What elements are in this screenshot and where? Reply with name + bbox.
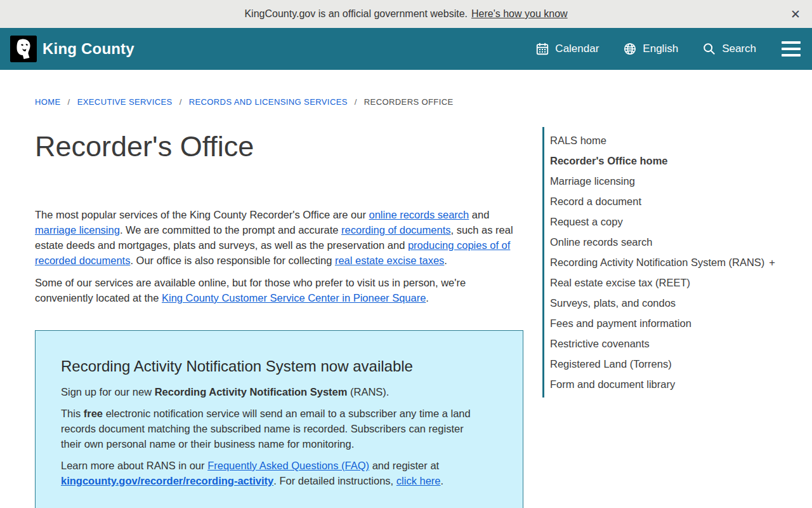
rans-callout-box: Recording Activity Notification System n… xyxy=(35,330,523,508)
breadcrumb-item[interactable]: HOME xyxy=(35,97,61,107)
breadcrumb-item: RECORDERS OFFICE xyxy=(364,97,454,107)
sidebar-item[interactable]: Real estate excise tax (REET) xyxy=(544,272,796,293)
sidebar-item[interactable]: Surveys, plats, and condos xyxy=(544,293,796,313)
text-run: . For detailed instructions, xyxy=(273,475,396,486)
text-link[interactable]: real estate excise taxes xyxy=(335,255,444,266)
paragraph: The most popular services of the King Co… xyxy=(35,207,527,268)
page-title: Recorder's Office xyxy=(35,130,254,163)
text-run: electronic notification service will sen… xyxy=(61,408,471,450)
expand-plus-icon[interactable]: + xyxy=(769,257,775,268)
text-run: The most popular services of the King Co… xyxy=(35,209,369,220)
paragraph: Some of our services are available onlin… xyxy=(35,275,527,305)
text-link[interactable]: King County Customer Service Center in P… xyxy=(162,292,426,304)
brand-name: King County xyxy=(43,40,134,58)
text-run: Sign up for our new xyxy=(61,386,155,398)
language-button[interactable]: English xyxy=(623,42,678,56)
sidebar-item[interactable]: Request a copy xyxy=(544,211,796,232)
text-link[interactable]: kingcounty.gov/recorder/recording-activi… xyxy=(61,475,273,486)
text-link[interactable]: click here xyxy=(396,475,441,486)
how-you-know-link[interactable]: Here's how you know xyxy=(471,8,568,20)
breadcrumb: HOME/EXECUTIVE SERVICES/RECORDS AND LICE… xyxy=(35,97,454,107)
sidebar-item[interactable]: RALS home xyxy=(544,130,796,150)
text-run: (RANS). xyxy=(347,386,389,398)
king-county-logo-icon xyxy=(10,36,37,62)
text-link[interactable]: online records search xyxy=(369,209,469,220)
text-link[interactable]: Frequently Asked Questions (FAQ) xyxy=(207,460,369,471)
text-run: . Our office is also responsible for col… xyxy=(130,255,335,266)
sidebar-item[interactable]: Recording Activity Notification System (… xyxy=(544,252,796,272)
callout-body: Sign up for our new Recording Activity N… xyxy=(61,384,472,488)
paragraph: This free electronic notification servic… xyxy=(61,406,472,451)
gov-banner: KingCounty.gov is an official government… xyxy=(0,0,812,28)
text-run: and xyxy=(469,209,489,220)
paragraph: Learn more about RANS in our Frequently … xyxy=(61,458,472,488)
breadcrumb-separator: / xyxy=(180,97,182,107)
callout-heading: Recording Activity Notification System n… xyxy=(61,358,472,375)
header-nav: Calendar English xyxy=(535,39,801,59)
hamburger-icon[interactable] xyxy=(782,39,801,59)
sidebar-item[interactable]: Online records search xyxy=(544,232,796,252)
search-button[interactable]: Search xyxy=(702,42,756,56)
breadcrumb-separator: / xyxy=(355,97,357,107)
page: KingCounty.gov is an official government… xyxy=(0,0,812,508)
text-link[interactable]: marriage licensing xyxy=(35,224,120,236)
site-header: King County xyxy=(0,28,812,70)
text-run: . We are committed to the prompt and acc… xyxy=(120,224,341,236)
language-label: English xyxy=(643,43,678,55)
text-run: . xyxy=(426,292,429,304)
text-run: This xyxy=(61,408,84,419)
search-label: Search xyxy=(722,43,756,55)
paragraph: Sign up for our new Recording Activity N… xyxy=(61,384,472,399)
gov-banner-text: KingCounty.gov is an official government… xyxy=(244,8,468,20)
text-run: Recording Activity Notification System xyxy=(155,386,348,398)
calendar-icon xyxy=(535,42,549,56)
sidebar-item[interactable]: Restrictive covenants xyxy=(544,333,796,354)
text-run: Learn more about RANS in our xyxy=(61,460,207,471)
calendar-label: Calendar xyxy=(555,43,599,55)
king-county-logo[interactable]: King County xyxy=(10,36,134,62)
text-run: . xyxy=(444,255,447,266)
breadcrumb-item[interactable]: RECORDS AND LICENSING SERVICES xyxy=(189,97,348,107)
breadcrumb-item[interactable]: EXECUTIVE SERVICES xyxy=(77,97,173,107)
sidebar-item[interactable]: Recorder's Office home xyxy=(544,150,796,171)
intro-text: The most popular services of the King Co… xyxy=(35,207,527,312)
sidebar-item[interactable]: Marriage licensing xyxy=(544,171,796,191)
globe-icon xyxy=(623,42,637,56)
text-link[interactable]: recording of documents xyxy=(341,224,450,236)
calendar-button[interactable]: Calendar xyxy=(535,42,599,56)
breadcrumb-separator: / xyxy=(68,97,70,107)
text-run: . xyxy=(441,475,444,486)
sidebar-item[interactable]: Registered Land (Torrens) xyxy=(544,354,796,374)
search-icon xyxy=(702,42,716,56)
sidebar-item[interactable]: Record a document xyxy=(544,191,796,211)
close-icon[interactable]: ✕ xyxy=(789,7,802,22)
sidebar-item[interactable]: Fees and payment information xyxy=(544,313,796,333)
text-run: free xyxy=(84,408,103,419)
text-run: and register at xyxy=(369,460,439,471)
sidebar-item[interactable]: Form and document library xyxy=(544,374,796,394)
section-nav-sidebar: RALS homeRecorder's Office homeMarriage … xyxy=(542,127,796,398)
